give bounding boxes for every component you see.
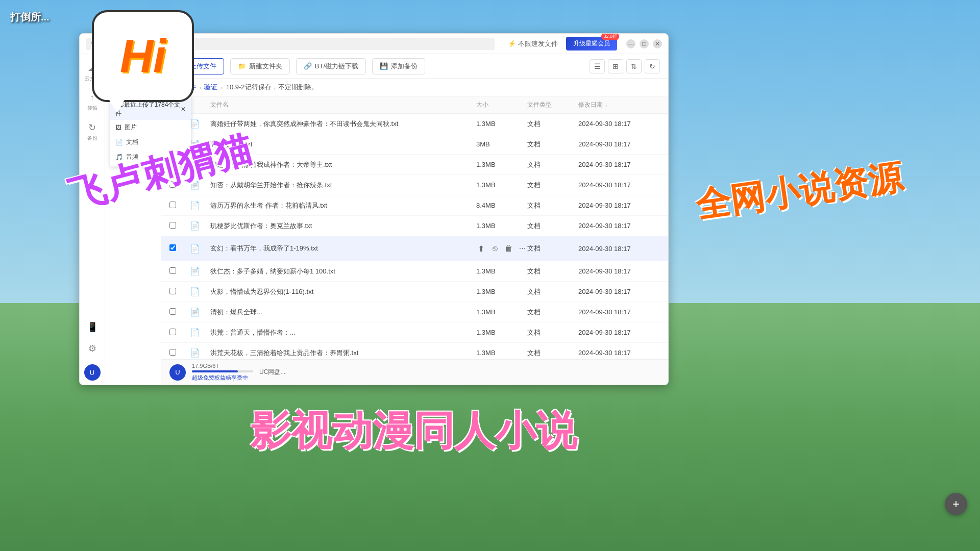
grid-view-button[interactable]: ⊞	[608, 59, 623, 73]
file-date: 2024-09-30 18:17	[578, 329, 660, 336]
file-type: 文档	[527, 201, 578, 210]
header-name: 文件名	[210, 101, 476, 109]
close-button[interactable]: ✕	[653, 39, 662, 48]
row-checkbox[interactable]	[169, 308, 190, 316]
file-icon: 📄	[190, 328, 210, 337]
username-label: UC网盘...	[259, 368, 285, 377]
storage-upgrade[interactable]: 超级免费权益畅享受中	[192, 374, 253, 382]
table-row[interactable]: 📄 玄幻：看书万年，我成帝了1-19%.txt ⬆ ⎋ 🗑 ··· 1.3MB …	[161, 236, 668, 261]
sidebar-item-user[interactable]: U	[81, 360, 104, 385]
file-name: 玩梗梦比优斯作者：奥克兰故事.txt	[210, 221, 476, 231]
file-name: 玄幻：看书万年，我成帝了1-19%.txt	[210, 244, 476, 253]
header-date[interactable]: 修改日期 ↓	[578, 101, 660, 109]
row-checkbox[interactable]	[169, 267, 190, 276]
bt-download-button[interactable]: 🔗 BT/磁力链下载	[296, 58, 366, 74]
table-row[interactable]: 📄 清初：爆兵全球... 1.3MB 文档 2024-09-30 18:17	[161, 302, 668, 322]
file-name: 知否：从戴胡华兰开始作者：抢你辣条.txt	[210, 181, 476, 190]
row-checkbox[interactable]	[169, 288, 190, 296]
breadcrumb-current: 10.9-2记得保存，不定期删除。	[226, 83, 318, 92]
table-row[interactable]: 📄 火影，懵懵成为忍界公知(1-116).txt 1.3MB 文档 2024-0…	[161, 282, 668, 302]
file-size: 1.3MB	[476, 120, 527, 128]
row-checkbox[interactable]	[169, 329, 190, 337]
sort-button[interactable]: ⇅	[626, 59, 642, 73]
table-row[interactable]: 📄 狄仁杰：多子多婚，纳妾如薪小每1 100.txt 1.3MB 文档 2024…	[161, 261, 668, 282]
file-date: 2024-09-30 18:17	[578, 202, 660, 209]
file-type: 文档	[527, 267, 578, 276]
file-type: 文档	[527, 140, 578, 149]
row-checkbox[interactable]	[169, 202, 190, 210]
file-type: 文档	[527, 287, 578, 296]
file-icon: 📄	[190, 266, 210, 276]
file-type: 文档	[527, 244, 578, 253]
list-view-button[interactable]: ☰	[590, 59, 605, 73]
file-toolbar: + + 上传文件 📁 新建文件夹 🔗 BT/磁力链下载 💾 添加备份 ☰	[161, 54, 668, 79]
backup-icon: ↻	[88, 122, 96, 133]
game-ui-left: 打倒所...	[10, 10, 50, 24]
file-name: 狄仁杰：多子多婚，纳妾如薪小每1 100.txt	[210, 267, 476, 276]
file-icon: 📄	[190, 201, 210, 210]
file-name: 离婚妊仔带两娃，你真突然成神豪作者：不田读书会鬼夫同秋.txt	[210, 119, 476, 129]
table-row[interactable]: 📄 游历万界的永生者 作者：花前临清风.txt 8.4MB 文档 2024-09…	[161, 195, 668, 216]
overlay-text-3: 影视动漫同人小说	[250, 404, 577, 459]
file-date: 2024-09-30 18:17	[578, 245, 660, 253]
file-icon: 📄	[190, 287, 210, 296]
file-date: 2024-09-30 18:17	[578, 267, 660, 275]
upgrade-button[interactable]: 升级星耀会员 32.8折	[566, 37, 617, 51]
file-size: 1.3MB	[476, 349, 527, 357]
file-actions: ⬆ ⎋ 🗑 ···	[476, 241, 527, 256]
refresh-button[interactable]: ↻	[645, 59, 660, 73]
sidebar-item-settings[interactable]: ⚙	[81, 339, 104, 358]
file-date: 2024-09-30 18:17	[578, 222, 660, 230]
file-name: 洪荒天花板，三清抢着给我上贡品作者：养胃粥.txt	[210, 348, 476, 358]
maximize-button[interactable]: □	[640, 39, 649, 48]
file-icon: 📄	[190, 221, 210, 231]
sidebar-item-mobile[interactable]: 📱	[81, 317, 104, 337]
file-date: 2024-09-30 18:17	[578, 161, 660, 168]
table-row[interactable]: 📄 玩梗梦比优斯作者：奥克兰故事.txt 1.3MB 文档 2024-09-30…	[161, 216, 668, 236]
settings-icon: ⚙	[88, 343, 96, 354]
hi-text: Hi	[120, 30, 166, 83]
upload-action-icon[interactable]: ⬆	[476, 241, 486, 256]
file-type: 文档	[527, 308, 578, 317]
file-date: 2024-09-30 18:17	[578, 120, 660, 128]
file-name: 游历万界的永生者 作者：花前临清风.txt	[210, 201, 476, 210]
table-header: ☐ 文件名 大小 文件类型 修改日期 ↓	[161, 96, 668, 114]
bt-icon: 🔗	[304, 62, 312, 70]
delete-action-icon[interactable]: 🗑	[504, 241, 513, 256]
newfolder-button[interactable]: 📁 新建文件夹	[230, 58, 290, 74]
share-action-icon[interactable]: ⎋	[490, 241, 500, 256]
file-type: 文档	[527, 119, 578, 129]
file-date: 2024-09-30 18:17	[578, 308, 660, 316]
file-type: 文档	[527, 160, 578, 169]
hi-bubble: Hi	[92, 10, 204, 122]
breadcrumb-verify[interactable]: 验证	[204, 83, 217, 92]
file-date: 2024-09-30 18:17	[578, 140, 660, 148]
table-row[interactable]: 📄 洪荒天花板，三清抢着给我上贡品作者：养胃粥.txt 1.3MB 文档 202…	[161, 343, 668, 359]
file-type: 文档	[527, 181, 578, 190]
upgrade-badge: 32.8折	[601, 33, 619, 40]
minimize-button[interactable]: —	[626, 39, 635, 48]
view-controls: ☰ ⊞ ⇅ ↻	[590, 59, 660, 73]
main-content: + + 上传文件 📁 新建文件夹 🔗 BT/磁力链下载 💾 添加备份 ☰	[161, 54, 668, 385]
table-row[interactable]: 📄 洪荒：普通天，懵懵作者：... 1.3MB 文档 2024-09-30 18…	[161, 322, 668, 343]
mobile-icon: 📱	[87, 321, 98, 333]
row-checkbox[interactable]	[169, 222, 190, 230]
file-icon: 📄	[190, 307, 210, 317]
file-size: 1.3MB	[476, 161, 527, 168]
file-size: 8.4MB	[476, 202, 527, 209]
file-type: 文档	[527, 328, 578, 337]
header-size: 大小	[476, 101, 527, 109]
table-row[interactable]: 📄 知否：从戴胡华兰开始作者：抢你辣条.txt 1.3MB 文档 2024-09…	[161, 175, 668, 195]
window-controls: — □ ✕	[626, 39, 662, 48]
file-size: 1.3MB	[476, 267, 527, 275]
fab-button[interactable]: +	[945, 493, 967, 515]
file-icon: 📄	[190, 244, 210, 254]
file-date: 2024-09-30 18:17	[578, 349, 660, 357]
backup-add-icon: 💾	[380, 62, 388, 70]
more-action-icon[interactable]: ···	[518, 241, 527, 256]
row-checkbox[interactable]	[169, 244, 190, 253]
speed-button[interactable]: ⚡ 不限速发文件	[504, 37, 562, 51]
row-checkbox[interactable]	[169, 349, 190, 357]
popup-docs-label: 文档	[126, 138, 138, 146]
backup-add-button[interactable]: 💾 添加备份	[372, 58, 425, 74]
